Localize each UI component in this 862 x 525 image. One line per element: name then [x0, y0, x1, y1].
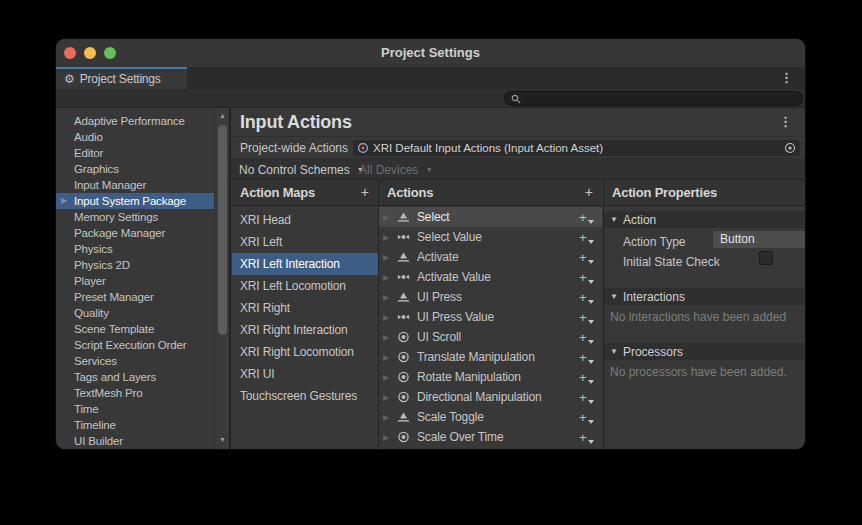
add-binding-icon[interactable]: +	[579, 250, 599, 265]
devices-dropdown[interactable]: All Devices ▼	[359, 159, 433, 180]
sidebar-item-audio[interactable]: Audio	[56, 129, 214, 145]
action-section-header[interactable]: ▼ Action	[604, 211, 805, 228]
action-row[interactable]: ▶ Directional Manipulation +	[379, 387, 602, 407]
action-row[interactable]: ▶ Activate +	[379, 247, 602, 267]
sidebar-item-input-system-package[interactable]: ▶ Input System Package	[56, 193, 214, 209]
scrollbar-thumb[interactable]	[218, 125, 227, 335]
action-type-dropdown[interactable]: Button	[713, 231, 805, 248]
foldout-open-icon: ▼	[610, 215, 618, 224]
foldout-arrow-icon[interactable]: ▶	[379, 213, 393, 222]
sidebar-item-adaptive-performance[interactable]: Adaptive Performance	[56, 113, 214, 129]
sidebar-item-package-manager[interactable]: Package Manager	[56, 225, 214, 241]
tab-label: Project Settings	[80, 72, 161, 86]
add-binding-icon[interactable]: +	[579, 410, 599, 425]
sidebar-item-textmesh-pro[interactable]: TextMesh Pro	[56, 385, 214, 401]
button-action-icon	[396, 211, 411, 223]
action-label: Scale Over Time	[417, 430, 579, 444]
add-binding-icon[interactable]: +	[579, 350, 599, 365]
foldout-arrow-icon[interactable]: ▶	[379, 413, 393, 422]
window-titlebar[interactable]: Project Settings	[56, 39, 805, 67]
add-binding-icon[interactable]: +	[579, 210, 599, 225]
object-picker-icon[interactable]	[784, 142, 796, 154]
sidebar-item-editor[interactable]: Editor	[56, 145, 214, 161]
action-map-row[interactable]: XRI Right Interaction	[232, 319, 378, 341]
add-binding-icon[interactable]: +	[579, 310, 599, 325]
action-row-selected[interactable]: ▶ Select +	[379, 207, 602, 227]
action-row[interactable]: ▶ Translate Manipulation +	[379, 347, 602, 367]
sidebar-item-script-execution-order[interactable]: Script Execution Order	[56, 337, 214, 353]
action-row[interactable]: ▶ Select Value +	[379, 227, 602, 247]
passthrough-vector-icon	[396, 371, 411, 383]
action-map-row[interactable]: XRI Right	[232, 297, 378, 319]
tab-project-settings[interactable]: ⚙ Project Settings	[56, 67, 187, 89]
foldout-arrow-icon[interactable]: ▶	[379, 333, 393, 342]
sidebar-item-input-manager[interactable]: Input Manager	[56, 177, 214, 193]
foldout-arrow-icon[interactable]: ▶	[61, 197, 67, 205]
control-schemes-dropdown[interactable]: No Control Schemes ▼	[239, 159, 364, 180]
sidebar-item-physics-2d[interactable]: Physics 2D	[56, 257, 214, 273]
action-properties-panel: Action Properties ▼ Action Action Type B…	[604, 180, 805, 449]
action-row[interactable]: ▶ UI Press +	[379, 287, 602, 307]
action-map-row[interactable]: XRI Right Locomotion	[232, 341, 378, 363]
add-binding-icon[interactable]: +	[579, 230, 599, 245]
add-binding-icon[interactable]: +	[579, 330, 599, 345]
add-binding-icon[interactable]: +	[579, 430, 599, 445]
control-scheme-bar: No Control Schemes ▼ All Devices ▼	[231, 159, 805, 180]
action-row[interactable]: ▶ Activate Value +	[379, 267, 602, 287]
add-binding-icon[interactable]: +	[579, 390, 599, 405]
passthrough-vector-icon	[396, 431, 411, 443]
sidebar-item-time[interactable]: Time	[56, 401, 214, 417]
sidebar-item-ui-builder[interactable]: UI Builder	[56, 433, 214, 449]
foldout-arrow-icon[interactable]: ▶	[379, 233, 393, 242]
foldout-arrow-icon[interactable]: ▶	[379, 353, 393, 362]
sidebar-item-preset-manager[interactable]: Preset Manager	[56, 289, 214, 305]
value-action-icon	[396, 311, 411, 323]
action-map-row[interactable]: XRI UI	[232, 363, 378, 385]
tab-kebab-menu-icon[interactable]: ⋮	[780, 71, 793, 84]
initial-state-checkbox[interactable]	[759, 251, 773, 265]
scroll-up-arrow-icon[interactable]: ▲	[215, 112, 230, 119]
asset-object-field[interactable]: XRI Default Input Actions (Input Action …	[353, 140, 800, 156]
sidebar-item-memory-settings[interactable]: Memory Settings	[56, 209, 214, 225]
sidebar-item-physics[interactable]: Physics	[56, 241, 214, 257]
sidebar-item-timeline[interactable]: Timeline	[56, 417, 214, 433]
add-action-button[interactable]: +	[585, 180, 593, 205]
action-map-row-selected[interactable]: XRI Left Interaction	[232, 253, 378, 275]
sidebar-scrollbar[interactable]: ▲ ▼	[214, 108, 229, 449]
sidebar-item-services[interactable]: Services	[56, 353, 214, 369]
add-binding-icon[interactable]: +	[579, 290, 599, 305]
passthrough-vector-icon	[396, 391, 411, 403]
sidebar-item-player[interactable]: Player	[56, 273, 214, 289]
foldout-arrow-icon[interactable]: ▶	[379, 313, 393, 322]
action-row[interactable]: ▶ Rotate Manipulation +	[379, 367, 602, 387]
foldout-arrow-icon[interactable]: ▶	[379, 433, 393, 442]
add-action-map-button[interactable]: +	[361, 180, 369, 205]
action-map-row[interactable]: Touchscreen Gestures	[232, 385, 378, 407]
action-map-row[interactable]: XRI Left Locomotion	[232, 275, 378, 297]
processors-section-header[interactable]: ▼ Processors	[604, 343, 805, 360]
action-row[interactable]: ▶ UI Press Value +	[379, 307, 602, 327]
foldout-arrow-icon[interactable]: ▶	[379, 253, 393, 262]
foldout-arrow-icon[interactable]: ▶	[379, 293, 393, 302]
sidebar-item-graphics[interactable]: Graphics	[56, 161, 214, 177]
action-section-title: Action	[623, 213, 656, 227]
add-binding-icon[interactable]: +	[579, 370, 599, 385]
sidebar-item-tags-and-layers[interactable]: Tags and Layers	[56, 369, 214, 385]
scroll-down-arrow-icon[interactable]: ▼	[215, 436, 230, 443]
search-field[interactable]	[504, 91, 803, 106]
foldout-arrow-icon[interactable]: ▶	[379, 273, 393, 282]
sidebar-item-quality[interactable]: Quality	[56, 305, 214, 321]
action-row[interactable]: ▶ Scale Over Time +	[379, 427, 602, 447]
action-row[interactable]: ▶ UI Scroll +	[379, 327, 602, 347]
action-map-row[interactable]: XRI Head	[232, 209, 378, 231]
add-binding-icon[interactable]: +	[579, 270, 599, 285]
search-input[interactable]	[525, 93, 785, 105]
input-actions-kebab-menu-icon[interactable]: ⋮	[779, 115, 792, 128]
sidebar-item-scene-template[interactable]: Scene Template	[56, 321, 214, 337]
action-map-row[interactable]: XRI Left	[232, 231, 378, 253]
foldout-arrow-icon[interactable]: ▶	[379, 393, 393, 402]
foldout-arrow-icon[interactable]: ▶	[379, 373, 393, 382]
action-properties-header: Action Properties	[604, 180, 805, 206]
interactions-section-header[interactable]: ▼ Interactions	[604, 288, 805, 305]
action-row[interactable]: ▶ Scale Toggle +	[379, 407, 602, 427]
